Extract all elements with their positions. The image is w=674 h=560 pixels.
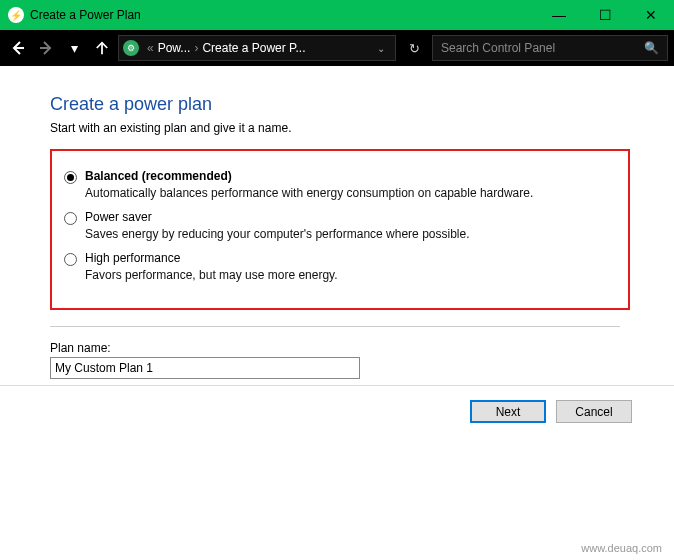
plan-name-label: Plan name: [50,341,674,355]
breadcrumb-current[interactable]: Create a Power P... [202,41,305,55]
plan-name-field: Plan name: [50,341,674,379]
forward-button[interactable] [34,36,58,60]
search-placeholder: Search Control Panel [441,41,555,55]
radio-balanced[interactable] [64,171,77,184]
plan-options-group: Balanced (recommended) Automatically bal… [50,149,630,310]
plan-desc-power-saver: Saves energy by reducing your computer's… [85,227,616,241]
button-row: Next Cancel [0,386,674,423]
minimize-button[interactable]: — [536,0,582,30]
recent-dropdown-icon[interactable]: ▾ [62,36,86,60]
radio-power-saver[interactable] [64,212,77,225]
divider [50,326,620,327]
plan-label-power-saver: Power saver [85,210,152,224]
maximize-button[interactable]: ☐ [582,0,628,30]
refresh-button[interactable]: ↻ [400,35,428,61]
up-button[interactable] [90,36,114,60]
address-dropdown-icon[interactable]: ⌄ [371,43,391,54]
breadcrumb-prefix: « [143,41,158,55]
app-icon: ⚡ [8,7,24,23]
plan-label-high-performance: High performance [85,251,180,265]
next-button[interactable]: Next [470,400,546,423]
page-subtitle: Start with an existing plan and give it … [50,121,674,135]
close-button[interactable]: ✕ [628,0,674,30]
window-controls: — ☐ ✕ [536,0,674,30]
chevron-right-icon: › [190,41,202,55]
search-icon: 🔍 [644,41,659,55]
content-area: Create a power plan Start with an existi… [0,66,674,386]
breadcrumb-root[interactable]: Pow... [158,41,191,55]
plan-option-power-saver[interactable]: Power saver [64,210,616,225]
watermark: www.deuaq.com [581,542,662,554]
navbar: ▾ ⚙ « Pow... › Create a Power P... ⌄ ↻ S… [0,30,674,66]
address-bar[interactable]: ⚙ « Pow... › Create a Power P... ⌄ [118,35,396,61]
page-title: Create a power plan [50,94,674,115]
plan-desc-balanced: Automatically balances performance with … [85,186,616,200]
titlebar: ⚡ Create a Power Plan — ☐ ✕ [0,0,674,30]
plan-name-input[interactable] [50,357,360,379]
back-button[interactable] [6,36,30,60]
plan-label-balanced: Balanced (recommended) [85,169,232,183]
window-title: Create a Power Plan [30,8,536,22]
plan-option-high-performance[interactable]: High performance [64,251,616,266]
plan-option-balanced[interactable]: Balanced (recommended) [64,169,616,184]
control-panel-icon: ⚙ [123,40,139,56]
search-input[interactable]: Search Control Panel 🔍 [432,35,668,61]
cancel-button[interactable]: Cancel [556,400,632,423]
radio-high-performance[interactable] [64,253,77,266]
plan-desc-high-performance: Favors performance, but may use more ene… [85,268,616,282]
